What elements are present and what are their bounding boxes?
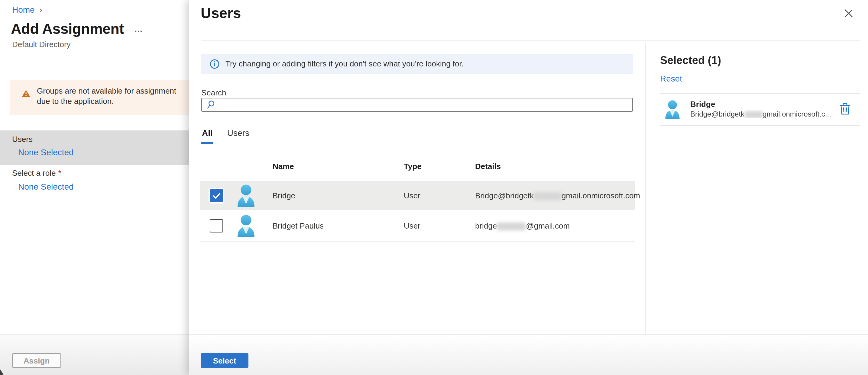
filter-tabs: All Users (201, 128, 250, 144)
breadcrumb-home-link[interactable]: Home (12, 5, 35, 14)
flyout-title: Users (201, 5, 241, 22)
assign-button[interactable]: Assign (12, 353, 61, 368)
user-avatar-icon (236, 184, 256, 207)
row-details: Bridge@bridgetkgmail.onmicrosoft.com (475, 191, 640, 200)
divider (660, 125, 860, 126)
divider (660, 93, 860, 94)
warning-text: Groups are not available for assignment … (37, 86, 187, 106)
selected-item-name: Bridge (690, 100, 715, 109)
page-title: Add Assignment (11, 21, 124, 37)
search-box (201, 98, 633, 112)
tab-users[interactable]: Users (227, 128, 250, 144)
row-checkbox-checked[interactable] (210, 189, 223, 202)
search-input[interactable] (219, 98, 632, 111)
required-asterisk: * (58, 168, 61, 177)
role-none-selected-link[interactable]: None Selected (18, 182, 74, 192)
row-name: Bridget Paulus (273, 221, 324, 230)
tab-all[interactable]: All (201, 128, 213, 144)
users-field-label: Users (12, 135, 33, 144)
close-icon[interactable] (842, 7, 855, 20)
row-type: User (404, 191, 421, 200)
table-row[interactable]: Bridge User Bridge@bridgetkgmail.onmicro… (200, 181, 635, 210)
add-assignment-blade: Home › Add Assignment … Default Director… (0, 0, 189, 375)
column-header-type: Type (404, 162, 422, 171)
warning-banner: Groups are not available for assignment … (10, 80, 189, 115)
column-header-details: Details (475, 162, 501, 171)
selected-item-email: Bridge@bridgetkgmail.onmicrosoft.c... (690, 110, 840, 118)
search-label: Search (201, 88, 226, 97)
role-field-label: Select a role* (12, 168, 61, 177)
users-none-selected-link[interactable]: None Selected (18, 147, 74, 157)
blade-footer: Assign (0, 335, 189, 375)
search-icon (206, 100, 215, 109)
more-options-icon[interactable]: … (134, 24, 144, 34)
column-header-name: Name (273, 162, 294, 171)
breadcrumb: Home › (12, 5, 42, 14)
screen: Home › Add Assignment … Default Director… (0, 0, 868, 375)
table-row[interactable]: Bridget Paulus User bridge@gmail.com (200, 210, 635, 242)
warning-icon (22, 89, 30, 97)
row-details: bridge@gmail.com (475, 221, 570, 230)
title-divider (201, 40, 860, 40)
info-banner: Try changing or adding filters if you do… (201, 54, 633, 74)
redacted-text (534, 192, 562, 200)
chevron-right-icon: › (39, 5, 42, 14)
vertical-divider (645, 43, 646, 333)
reset-link[interactable]: Reset (660, 74, 682, 83)
flyout-footer: Select (189, 335, 868, 375)
row-checkbox-unchecked[interactable] (210, 219, 223, 232)
trash-icon[interactable] (838, 102, 852, 116)
user-avatar-icon (664, 100, 681, 120)
users-field-highlight: Users None Selected (0, 130, 189, 165)
selected-item: Bridge Bridge@bridgetkgmail.onmicrosoft.… (660, 95, 860, 125)
row-name: Bridge (273, 191, 295, 200)
redacted-text (497, 222, 526, 230)
info-banner-text: Try changing or adding filters if you do… (225, 59, 464, 68)
users-picker-flyout: Users Try changing or adding filters if … (189, 0, 868, 375)
redacted-text (744, 111, 763, 118)
selected-panel-title: Selected (1) (660, 54, 721, 67)
page-subtitle: Default Directory (12, 40, 71, 49)
row-type: User (404, 221, 421, 230)
select-button[interactable]: Select (201, 353, 248, 368)
user-avatar-icon (236, 214, 256, 237)
info-icon (210, 59, 219, 69)
